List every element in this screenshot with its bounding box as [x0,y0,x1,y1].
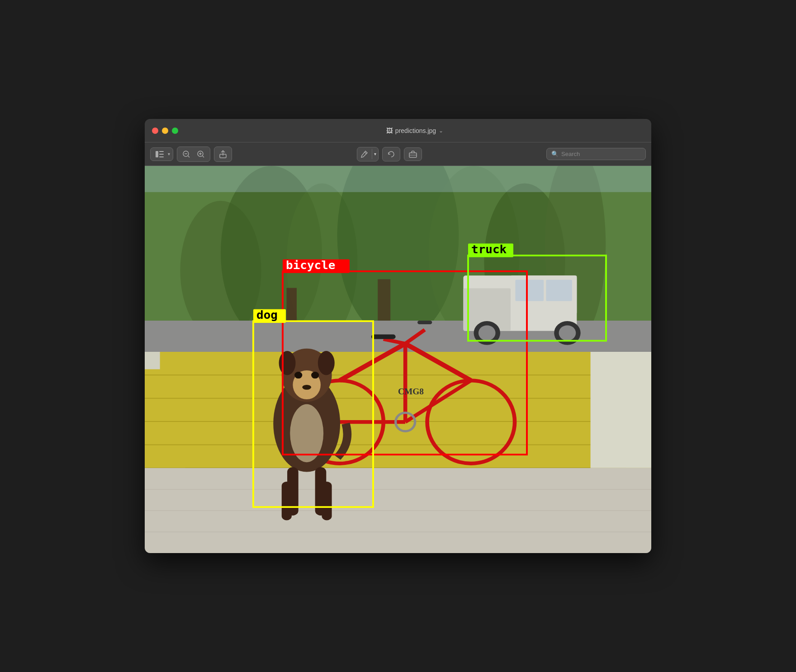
window-title: predictions.jpg [395,127,436,134]
bicycle-label-text: bicycle [286,259,336,272]
sidebar-dropdown-arrow[interactable]: ▾ [168,151,170,156]
detection-overlay: bicycle truck dog [145,166,651,553]
bicycle-detection-box [283,271,527,454]
svg-rect-2 [159,154,164,155]
search-input[interactable] [561,151,641,157]
pen-tool-dropdown[interactable]: ▾ [372,149,378,159]
search-box[interactable]: 🔍 [546,148,646,160]
toolbar-center-tools: ▾ [357,147,422,161]
file-icon: 🖼 [386,127,393,134]
truck-detection-box [468,256,606,341]
dog-label-text: dog [256,309,278,322]
toolbox-button[interactable] [404,147,422,161]
sidebar-toggle-button[interactable] [153,150,166,159]
minimize-button[interactable] [162,128,168,134]
zoom-in-button[interactable] [194,149,207,160]
svg-line-10 [203,156,204,157]
scene-background: CMG8 [145,166,651,553]
svg-rect-3 [159,156,164,157]
share-button[interactable] [217,149,229,160]
toolbar: ▾ [145,142,651,166]
traffic-lights [152,128,178,134]
pen-tool-button[interactable] [357,147,372,161]
sidebar-toggle-group: ▾ [150,147,173,161]
close-button[interactable] [152,128,158,134]
window-title-area: 🖼 predictions.jpg ⌄ [185,127,644,134]
truck-label-text: truck [471,243,507,256]
titlebar: 🖼 predictions.jpg ⌄ [145,119,651,142]
search-icon: 🔍 [551,151,559,157]
svg-line-6 [188,156,190,157]
pen-tool-group: ▾ [357,147,379,161]
zoom-out-button[interactable] [180,149,193,160]
main-window: 🖼 predictions.jpg ⌄ ▾ [145,119,651,553]
share-group [214,147,232,162]
maximize-button[interactable] [172,128,178,134]
zoom-controls [177,147,210,162]
svg-line-13 [365,152,366,154]
dog-detection-box [253,321,373,507]
image-area: CMG8 [145,166,651,553]
svg-rect-0 [156,151,158,157]
title-dropdown-arrow[interactable]: ⌄ [439,128,443,134]
rotate-button[interactable] [382,147,400,161]
svg-rect-1 [159,151,164,152]
